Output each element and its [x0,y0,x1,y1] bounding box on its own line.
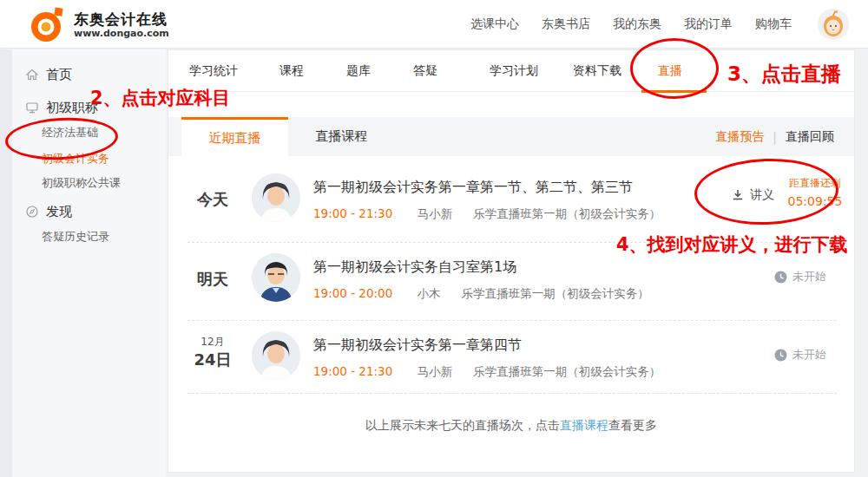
tab-live[interactable]: 直播 [658,63,682,79]
row-date: 今天 [187,163,238,210]
main-content-card: 学习统计 课程 题库 答疑 学习计划 资料下载 直播 近期直播 直播课程 直播预… [168,49,855,473]
link-live-preview[interactable]: 直播预告 [715,129,764,145]
live-status: 未开始 [774,269,826,284]
footer-text-after: 查看更多 [608,418,657,432]
nav-cart[interactable]: 购物车 [755,16,792,32]
live-meta: 19:00 - 20:00 小木 乐学直播班第一期（初级会计实务） [313,286,649,302]
sidebar-item-home[interactable]: 首页 [12,63,166,86]
handout-label: 讲义 [750,187,774,203]
top-header: 东奥会计在线 www.dongao.com 选课中心 东奥书店 我的东奥 我的订… [0,0,868,49]
live-course: 乐学直播班第一期（初级会计实务） [473,364,661,378]
main-tabs: 学习统计 课程 题库 答疑 学习计划 资料下载 直播 [168,50,854,92]
left-edge-strip [0,49,12,477]
footer-text-before: 以上展示未来七天的直播场次，点击 [365,418,560,432]
sidebar-item-label: 初级职称 [46,100,98,116]
live-meta: 19:00 - 21:30 马小新 乐学直播班第一期（初级会计实务） [313,206,661,222]
teacher-avatar [252,173,300,222]
sidebar-item-label: 发现 [46,204,72,220]
page: 东奥会计在线 www.dongao.com 选课中心 东奥书店 我的东奥 我的订… [0,0,868,477]
active-tab-underline [641,90,707,93]
logo-text: 东奥会计在线 www.dongao.com [74,10,169,40]
live-row-tomorrow: 明天 第一期初级会计实务自习室第1场 19:00 - 20:00 小木 乐学直播… [187,243,837,321]
dongao-logo-icon [29,7,69,43]
live-meta: 19:00 - 21:30 马小新 乐学直播班第一期（初级会计实务） [313,364,661,380]
live-row-today: 今天 第一期初级会计实务第一章第一节、第二节、第三节 19:00 - 21:30… [187,163,837,243]
clock-icon [774,349,787,362]
nav-my-dongao[interactable]: 我的东奥 [613,16,661,32]
sidebar-sub-economic-law[interactable]: 经济法基础 [12,122,166,143]
countdown-time: 05:09:55 [779,192,851,211]
live-title[interactable]: 第一期初级会计实务第一章第四节 [313,337,522,355]
top-nav: 选课中心 东奥书店 我的东奥 我的订单 购物车 [470,0,849,49]
teacher-avatar [252,331,300,380]
compass-icon [25,205,39,219]
clock-icon [774,271,787,284]
site-logo[interactable]: 东奥会计在线 www.dongao.com [29,7,169,43]
sidebar-item-label: 首页 [46,67,72,83]
list-footer-note: 以上展示未来七天的直播场次，点击直播课程查看更多 [168,418,854,434]
live-subtab-bar: 近期直播 直播课程 直播预告 | 直播回顾 [168,117,854,156]
countdown-label: 距直播还剩 [779,174,851,192]
live-countdown: 距直播还剩 05:09:55 [779,174,851,211]
tab-qa[interactable]: 答疑 [413,63,437,79]
live-teacher: 马小新 [418,206,453,220]
live-teacher: 马小新 [418,364,453,378]
teacher-avatar [252,253,300,302]
site-title: 东奥会计在线 [74,10,169,28]
status-label: 未开始 [792,269,826,284]
sidebar-item-discover[interactable]: 发现 [12,200,166,223]
link-divider: | [773,130,777,144]
live-teacher: 小木 [418,286,441,300]
footer-live-courses-link[interactable]: 直播课程 [560,418,608,432]
nav-bookstore[interactable]: 东奥书店 [542,16,590,32]
sidebar-sub-public-course[interactable]: 初级职称公共课 [12,173,166,193]
home-icon [25,68,39,82]
live-status: 未开始 [774,347,826,363]
link-live-replay[interactable]: 直播回顾 [786,129,834,145]
tab-question-bank[interactable]: 题库 [346,63,371,79]
live-title[interactable]: 第一期初级会计实务第一章第一节、第二节、第三节 [313,179,633,197]
nav-my-orders[interactable]: 我的订单 [684,16,733,32]
user-avatar[interactable] [818,9,849,40]
live-course: 乐学直播班第一期（初级会计实务） [473,206,661,220]
sidebar-sub-accounting-practice[interactable]: 初级会计实务 [12,148,166,169]
handout-download-button[interactable]: 讲义 [731,187,774,203]
subtab-recent-live[interactable]: 近期直播 [181,117,288,156]
status-label: 未开始 [792,347,826,363]
live-time: 19:00 - 21:30 [313,364,392,378]
sidebar-sub-qa-history[interactable]: 答疑历史记录 [12,226,166,247]
row-date: 12月 24日 [187,328,238,370]
tab-study-stats[interactable]: 学习统计 [189,63,238,79]
avatar-cartoon-icon [818,9,849,40]
tab-downloads[interactable]: 资料下载 [573,63,621,79]
subtab-live-courses[interactable]: 直播课程 [288,117,395,156]
nav-course-center[interactable]: 选课中心 [470,16,519,32]
live-row-dec24: 12月 24日 第一期初级会计实务第一章第四节 19:00 - 21:30 马小… [187,321,837,394]
subtab-links: 直播预告 | 直播回顾 [715,117,834,156]
download-icon [731,188,745,202]
live-time: 19:00 - 20:00 [313,286,392,300]
live-course: 乐学直播班第一期（初级会计实务） [462,286,649,300]
site-url: www.dongao.com [74,28,169,40]
live-time: 19:00 - 21:30 [313,206,392,220]
monitor-icon [25,101,39,114]
live-title[interactable]: 第一期初级会计实务自习室第1场 [313,258,516,277]
tab-study-plan[interactable]: 学习计划 [490,63,538,79]
row-date: 明天 [187,243,238,290]
sidebar-item-junior-title[interactable]: 初级职称 [12,96,166,119]
tab-courses[interactable]: 课程 [279,63,304,79]
sidebar: 首页 初级职称 经济法基础 初级会计实务 初级职称公共课 发现 答疑历史记录 [12,49,166,477]
